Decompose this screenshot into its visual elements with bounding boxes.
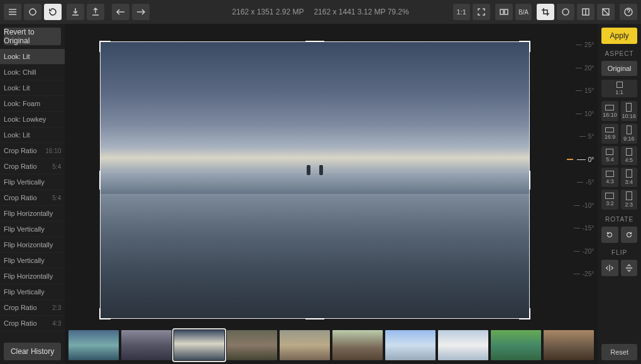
crop-handle-bottom[interactable]	[305, 318, 324, 319]
aspect-3-2-button[interactable]: 3:2	[601, 190, 618, 210]
frame-tool-button[interactable]	[577, 4, 594, 20]
svg-point-3	[562, 9, 569, 15]
dimensions-info-left: 2162 x 1351 2.92 MP	[227, 8, 309, 16]
redo-button[interactable]	[132, 4, 150, 20]
aspect-10-16-button[interactable]: 10:16	[621, 101, 637, 121]
adjust-button[interactable]	[24, 4, 41, 20]
angle-tick[interactable]: -15°	[561, 225, 594, 232]
canvas-area: 25°20°15°10°5°0°-5°-10°-15°-20°-25°	[65, 24, 598, 364]
crop-handle-left[interactable]	[99, 171, 101, 190]
aspect-2-3-button[interactable]: 2:3	[621, 190, 637, 210]
history-item[interactable]: Crop Ratio5:4	[0, 159, 65, 174]
crop-handle-top[interactable]	[305, 41, 324, 42]
history-item[interactable]: Crop Ratio2:3	[0, 300, 65, 316]
filmstrip-thumb[interactable]	[544, 330, 594, 360]
history-list[interactable]: Look: LitLook: ChillLook: LitLook: FoamL…	[0, 49, 65, 339]
history-item[interactable]: Flip Vertically	[0, 222, 65, 237]
angle-tick[interactable]: 0°	[561, 156, 594, 163]
help-button[interactable]	[620, 4, 637, 20]
rotate-cw-button[interactable]	[621, 227, 637, 243]
history-sidebar: Revert to Original Look: LitLook: ChillL…	[0, 24, 65, 364]
aspect-4-5-button[interactable]: 4:5	[621, 146, 637, 165]
aspect-16-10-button[interactable]: 16:10	[601, 101, 618, 121]
rotate-section-label: ROTATE	[601, 216, 637, 223]
angle-tick[interactable]: -25°	[561, 270, 594, 277]
aspect-3-4-button[interactable]: 3:4	[621, 168, 637, 187]
aspect-9-16-button[interactable]: 9:16	[621, 124, 637, 144]
crop-handle-bl[interactable]	[99, 308, 111, 319]
angle-tick[interactable]: 10°	[561, 110, 594, 117]
history-item[interactable]: Flip Horizontally	[0, 237, 65, 253]
filmstrip-thumb[interactable]	[227, 330, 277, 360]
history-item[interactable]: Flip Horizontally	[0, 206, 65, 222]
undo-button[interactable]	[112, 4, 129, 20]
history-item[interactable]: Crop Ratio16:10	[0, 143, 65, 159]
image-crop-frame[interactable]	[100, 41, 530, 319]
filmstrip-thumb[interactable]	[332, 330, 383, 360]
aspect-4-3-button[interactable]: 4:3	[601, 168, 618, 187]
aspect-section-label: ASPECT	[601, 50, 637, 57]
zoom-1to1-button[interactable]: 1:1	[453, 4, 470, 20]
menu-button[interactable]	[4, 4, 21, 20]
crop-panel: Apply ASPECT Original 1:1 16:1010:1616:9…	[598, 24, 641, 364]
filmstrip-thumb[interactable]	[174, 330, 224, 360]
svg-point-0	[30, 9, 36, 15]
crop-handle-tr[interactable]	[519, 41, 530, 52]
history-button[interactable]	[44, 4, 62, 20]
filmstrip-thumb[interactable]	[68, 330, 119, 360]
history-item[interactable]: Look: Lowkey	[0, 112, 65, 127]
history-item[interactable]: Flip Vertically	[0, 174, 65, 190]
rotation-angle-scale[interactable]: 25°20°15°10°5°0°-5°-10°-15°-20°-25°	[561, 41, 594, 277]
rotate-ccw-button[interactable]	[601, 227, 618, 243]
invert-tool-button[interactable]	[597, 4, 615, 20]
filmstrip-thumb[interactable]	[280, 330, 330, 360]
history-item[interactable]: Look: Lit	[0, 127, 65, 143]
svg-rect-2	[505, 9, 508, 14]
angle-tick[interactable]: 20°	[561, 65, 594, 72]
flip-vertical-button[interactable]	[621, 260, 637, 276]
filmstrip-thumb[interactable]	[121, 330, 172, 360]
history-item[interactable]: Look: Lit	[0, 49, 65, 65]
angle-tick[interactable]: 5°	[561, 133, 594, 140]
fullscreen-button[interactable]	[473, 4, 490, 20]
filmstrip[interactable]	[65, 328, 598, 364]
before-after-button[interactable]: B/A	[515, 4, 532, 20]
history-item[interactable]: Flip Vertically	[0, 284, 65, 300]
circle-tool-button[interactable]	[557, 4, 574, 20]
compare-ab-button[interactable]	[495, 4, 513, 20]
svg-rect-1	[500, 9, 503, 14]
apply-button[interactable]: Apply	[601, 28, 637, 44]
aspect-1-1-button[interactable]: 1:1	[601, 80, 637, 97]
history-item[interactable]: Look: Chill	[0, 65, 65, 80]
reset-button[interactable]: Reset	[601, 344, 637, 360]
download-button[interactable]	[67, 4, 84, 20]
aspect-16-9-button[interactable]: 16:9	[601, 124, 618, 144]
angle-tick[interactable]: -20°	[561, 248, 594, 255]
flip-horizontal-button[interactable]	[601, 260, 618, 276]
history-item[interactable]: Look: Lit	[0, 80, 65, 96]
history-item[interactable]: Flip Horizontally	[0, 269, 65, 284]
crop-tool-button[interactable]	[537, 4, 554, 20]
clear-history-button[interactable]: Clear History	[4, 343, 61, 360]
filmstrip-thumb[interactable]	[438, 330, 488, 360]
filmstrip-thumb[interactable]	[491, 330, 541, 360]
aspect-5-4-button[interactable]: 5:4	[601, 146, 618, 165]
crop-handle-right[interactable]	[529, 171, 530, 190]
angle-tick[interactable]: -5°	[561, 179, 594, 186]
share-button[interactable]	[87, 4, 104, 20]
history-item[interactable]: Flip Vertically	[0, 253, 65, 269]
top-toolbar: 2162 x 1351 2.92 MP 2162 x 1441 3.12 MP …	[0, 0, 641, 24]
crop-handle-br[interactable]	[519, 308, 530, 319]
angle-tick[interactable]: 25°	[561, 41, 594, 48]
history-item[interactable]: Look: Foam	[0, 96, 65, 112]
filmstrip-thumb[interactable]	[385, 330, 436, 360]
revert-to-original-button[interactable]: Revert to Original	[4, 28, 61, 45]
aspect-original-button[interactable]: Original	[601, 61, 637, 76]
flip-section-label: FLIP	[601, 249, 637, 256]
history-item[interactable]: Crop Ratio5:4	[0, 190, 65, 206]
angle-tick[interactable]: 15°	[561, 87, 594, 94]
dimensions-info-right: 2162 x 1441 3.12 MP 79.2%	[309, 8, 414, 16]
angle-tick[interactable]: -10°	[561, 202, 594, 209]
history-item[interactable]: Crop Ratio4:3	[0, 316, 65, 331]
crop-handle-tl[interactable]	[99, 41, 111, 52]
